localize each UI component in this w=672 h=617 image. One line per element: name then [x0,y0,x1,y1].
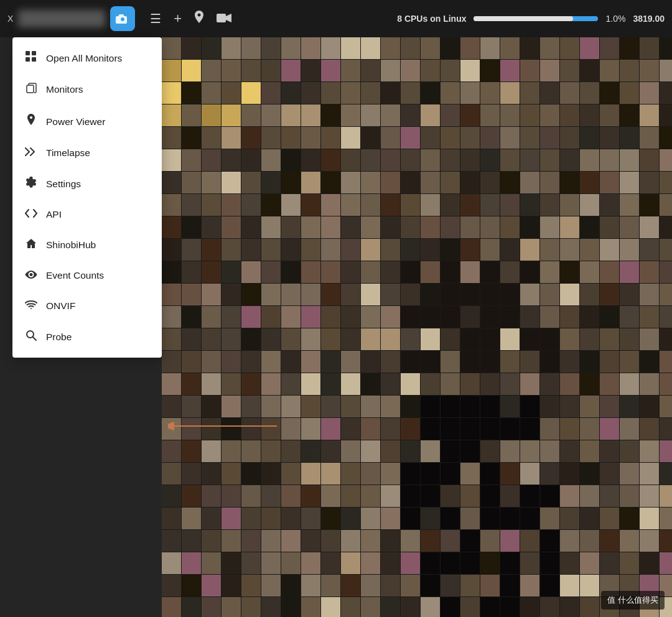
camera-feed [162,37,672,617]
menu-item-event-counts[interactable]: Event Counts [12,261,162,290]
cpu-bar-fill [474,16,573,21]
copy-icon [25,83,37,96]
menu-item-api[interactable]: API [12,200,162,230]
menu-item-power-viewer[interactable]: Power Viewer [12,105,162,138]
camera-app-icon[interactable] [110,6,135,31]
menu-item-open-all-monitors[interactable]: Open All Monitors [12,42,162,74]
wifi-icon [25,299,37,312]
svg-rect-7 [27,85,34,93]
cpu-memory: 3819.00 [633,14,665,24]
event-counts-label: Event Counts [46,270,104,281]
search-icon [25,330,37,344]
chevrons-icon [25,147,37,159]
power-viewer-label: Power Viewer [46,116,105,128]
onvif-label: ONVIF [46,300,75,312]
dropdown-menu: Open All Monitors Monitors Power Viewer … [12,37,162,358]
pin-icon [25,114,37,129]
close-button[interactable]: X [7,14,13,24]
svg-rect-3 [26,51,30,55]
gear-icon [25,177,37,191]
menu-item-settings[interactable]: Settings [12,168,162,200]
shinobi-hub-label: ShinobiHub [46,239,96,251]
svg-rect-4 [32,51,36,55]
watermark: 值 什么值得买 [601,591,665,610]
svg-rect-5 [26,57,30,62]
location-icon[interactable] [194,11,204,27]
topbar-left: X [7,6,135,31]
svg-rect-6 [32,57,36,62]
menu-item-onvif[interactable]: ONVIF [12,290,162,321]
settings-label: Settings [46,179,81,190]
cpu-percent: 1.0% [605,14,625,24]
home-icon [25,238,37,252]
svg-line-10 [33,337,37,341]
timelapse-label: Timelapse [46,147,90,159]
topbar-icons: ☰ + [150,11,231,27]
eye-icon [25,269,37,282]
topbar: X ☰ + 8 CPUs on Linux 1. [0,0,672,37]
cpu-label: 8 CPUs on Linux [397,14,466,24]
topbar-right: 8 CPUs on Linux 1.0% 3819.00 [397,14,665,24]
title-blur [18,10,105,27]
svg-point-1 [121,17,124,21]
svg-rect-2 [217,14,226,22]
svg-point-8 [30,308,32,309]
grid-icon [25,51,37,65]
menu-item-shinobi-hub[interactable]: ShinobiHub [12,230,162,261]
probe-label: Probe [46,332,72,343]
api-label: API [46,209,62,220]
hamburger-icon[interactable]: ☰ [150,11,161,26]
monitors-label: Monitors [46,84,83,95]
code-icon [25,208,37,221]
menu-item-monitors[interactable]: Monitors [12,74,162,105]
menu-item-timelapse[interactable]: Timelapse [12,138,162,168]
open-all-monitors-label: Open All Monitors [46,53,122,64]
menu-item-probe[interactable]: Probe [12,321,162,353]
cpu-bar [474,16,598,21]
add-icon[interactable]: + [174,11,182,27]
video-icon[interactable] [217,12,231,26]
